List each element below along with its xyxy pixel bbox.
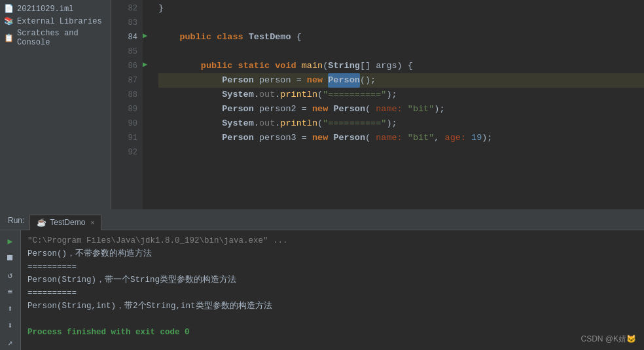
run-toolbar: ▶ ⏹ ↺ ≡ ⬆ ⬇ ↗	[0, 230, 21, 350]
code-line-85	[158, 44, 644, 59]
library-icon: 📚	[4, 16, 14, 26]
output-line-sep2: ==========	[27, 287, 637, 300]
code-container: 82 83 84 85 86 87 88 89 90 91 92 ▶ ▶	[111, 0, 644, 209]
sidebar-item-label: 20211029.iml	[17, 5, 73, 14]
scroll-up-button[interactable]: ⬆	[3, 302, 18, 316]
code-line-91: Person person3 = new Person( name: "bit"…	[158, 131, 644, 145]
sidebar-item-iml[interactable]: 📄 20211029.iml	[0, 3, 111, 15]
watermark: CSDN @K婧🐱	[581, 334, 636, 345]
output-line-1: Person()，不带参数的构造方法	[27, 247, 637, 260]
open-console-button[interactable]: ↗	[3, 336, 18, 350]
output-line-blank	[27, 313, 637, 326]
code-line-83	[158, 16, 644, 30]
java-file-icon: ☕	[37, 218, 46, 227]
run-output[interactable]: "C:\Program Files\Java\jdk1.8.0_192\bin\…	[21, 230, 644, 350]
run-tab-bar: Run: ☕ TestDemo ×	[0, 211, 644, 230]
code-line-84: public class TestDemo {	[158, 30, 644, 44]
sidebar: 📄 20211029.iml 📚 External Libraries 📋 Sc…	[0, 0, 111, 209]
code-line-88: System.out.println("==========");	[158, 88, 644, 102]
code-editor: 82 83 84 85 86 87 88 89 90 91 92 ▶ ▶	[111, 0, 644, 209]
rerun-button[interactable]: ↺	[3, 268, 18, 283]
close-tab-button[interactable]: ×	[90, 219, 94, 226]
file-icon: 📄	[4, 4, 14, 14]
sidebar-item-external-libraries[interactable]: 📚 External Libraries	[0, 15, 111, 27]
code-line-86: public static void main(String[] args) {	[158, 59, 644, 73]
code-line-87: Person person = new Person();	[158, 73, 644, 88]
output-line-2: Person(String)，带一个String类型参数的构造方法	[27, 273, 637, 287]
sidebar-item-label: Scratches and Console	[17, 29, 107, 47]
stop-button[interactable]: ⏹	[3, 251, 18, 266]
code-line-92	[158, 145, 644, 160]
run-button[interactable]: ▶	[3, 234, 18, 249]
scroll-down-button[interactable]: ⬇	[3, 319, 18, 333]
code-line-89: Person person2 = new Person( name: "bit"…	[158, 102, 644, 116]
gutter: ▶ ▶	[143, 0, 156, 209]
run-panel: Run: ☕ TestDemo × ▶ ⏹ ↺ ≡ ⬆ ⬇ ↗ "C:\Prog…	[0, 209, 644, 350]
output-line-sep1: ==========	[27, 260, 637, 273]
tab-label: TestDemo	[50, 218, 85, 227]
sidebar-item-scratches[interactable]: 📋 Scratches and Console	[0, 27, 111, 48]
code-lines[interactable]: } public class TestDemo { public static …	[156, 0, 644, 209]
console-icon: 📋	[4, 33, 14, 43]
output-line-exit: Process finished with exit code 0	[27, 326, 637, 339]
sidebar-item-label: External Libraries	[17, 17, 102, 26]
run-label: Run:	[3, 216, 29, 225]
run-tab-testdemo[interactable]: ☕ TestDemo ×	[29, 215, 101, 230]
line-numbers: 82 83 84 85 86 87 88 89 90 91 92	[111, 0, 143, 209]
run-content: ▶ ⏹ ↺ ≡ ⬆ ⬇ ↗ "C:\Program Files\Java\jdk…	[0, 230, 644, 350]
watermark-text: CSDN @K婧🐱	[581, 334, 636, 343]
code-line-90: System.out.println("==========");	[158, 116, 644, 131]
settings-button[interactable]: ≡	[3, 285, 18, 300]
output-line-3: Person(String,int)，带2个String,int类型参数的构造方…	[27, 300, 637, 313]
output-line-cmd: "C:\Program Files\Java\jdk1.8.0_192\bin\…	[27, 234, 637, 247]
code-line-82: }	[158, 1, 644, 16]
